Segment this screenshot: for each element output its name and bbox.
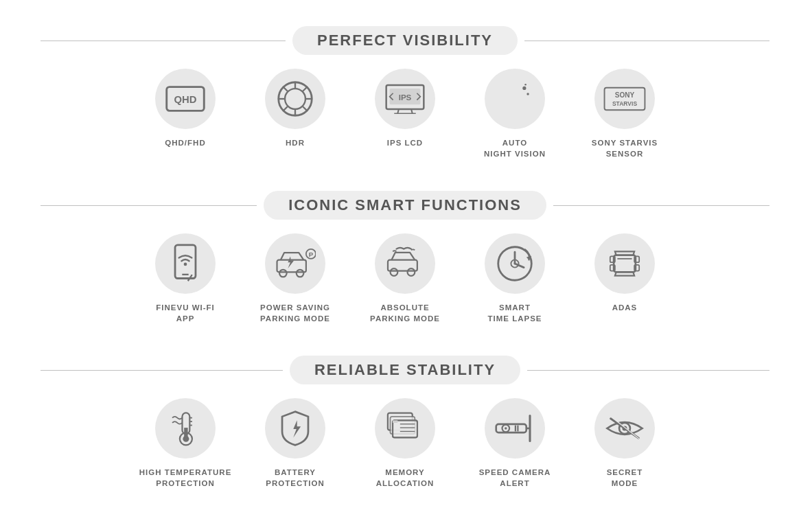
label-memory: MEMORY ALLOCATION bbox=[376, 467, 435, 489]
svg-point-28 bbox=[184, 263, 187, 266]
svg-point-65 bbox=[505, 428, 507, 430]
svg-text:SONY: SONY bbox=[615, 91, 635, 99]
svg-rect-63 bbox=[496, 424, 526, 432]
label-parking-power: POWER SAVING PARKING MODE bbox=[260, 302, 330, 324]
label-adas: ADAS bbox=[612, 302, 638, 313]
section-reliability: RELIABLE STABILITY bbox=[0, 343, 810, 501]
icon-circle-hdr bbox=[265, 69, 325, 129]
section-header-row-reliability: RELIABLE STABILITY bbox=[40, 356, 769, 384]
icon-circle-speed-camera bbox=[485, 398, 545, 459]
svg-text:QHD: QHD bbox=[174, 94, 196, 105]
right-line-reliability bbox=[527, 370, 769, 371]
icons-row-perfect: QHD QHD/FHD bbox=[40, 69, 769, 159]
section-perfect-visibility: PERFECT VISIBILITY QHD QHD/FHD bbox=[0, 14, 810, 172]
adas-icon bbox=[604, 246, 645, 281]
right-line-smart bbox=[553, 205, 769, 206]
svg-line-73 bbox=[612, 417, 640, 439]
svg-rect-26 bbox=[175, 245, 196, 279]
icon-circle-qhd: QHD bbox=[155, 69, 216, 129]
svg-point-35 bbox=[391, 268, 398, 276]
label-temp: HIGH TEMPERATURE PROTECTION bbox=[139, 467, 232, 489]
svg-rect-42 bbox=[614, 255, 636, 273]
section-title-perfect: PERFECT VISIBILITY bbox=[317, 32, 493, 49]
battery-icon bbox=[278, 409, 312, 448]
icon-circle-parking-abs bbox=[375, 233, 435, 294]
icon-circle-battery bbox=[265, 398, 325, 459]
title-box-reliability: RELIABLE STABILITY bbox=[290, 356, 520, 384]
label-battery: BATTERY PROTECTION bbox=[266, 467, 324, 489]
temperature-icon bbox=[167, 409, 203, 448]
svg-point-51 bbox=[183, 436, 189, 442]
left-line-smart bbox=[40, 205, 257, 206]
icon-circle-memory bbox=[375, 398, 435, 459]
icon-circle-secret bbox=[594, 398, 655, 459]
label-sony: SONY STARVIS SENSOR bbox=[592, 137, 658, 159]
icon-item-battery: BATTERY PROTECTION bbox=[240, 398, 350, 489]
ips-icon: IPS bbox=[385, 84, 425, 114]
svg-point-5 bbox=[285, 89, 305, 109]
icon-item-secret: SECRET MODE bbox=[570, 398, 680, 489]
svg-rect-57 bbox=[393, 421, 417, 438]
svg-point-22 bbox=[524, 84, 526, 86]
hdr-icon bbox=[276, 80, 314, 118]
icon-item-adas: ADAS bbox=[570, 233, 680, 313]
svg-line-11 bbox=[303, 106, 308, 111]
icon-circle-night bbox=[485, 69, 545, 129]
icon-item-ips: IPS IPS LCD bbox=[350, 69, 460, 148]
svg-line-13 bbox=[283, 106, 288, 111]
icon-item-night: AUTO NIGHT VISION bbox=[460, 69, 570, 159]
section-title-smart: ICONIC SMART FUNCTIONS bbox=[288, 196, 522, 213]
icon-item-sony: SONY STARVIS SONY STARVIS SENSOR bbox=[570, 69, 680, 159]
section-header-row-smart: ICONIC SMART FUNCTIONS bbox=[40, 191, 769, 220]
label-night: AUTO NIGHT VISION bbox=[484, 137, 546, 159]
icon-circle-ips: IPS bbox=[375, 69, 435, 129]
icon-item-timelapse: SMART TIME LAPSE bbox=[460, 233, 570, 324]
icon-item-hdr: HDR bbox=[240, 69, 350, 148]
icons-row-smart: FINEVU WI-FI APP P bbox=[40, 233, 769, 324]
wifi-app-icon bbox=[168, 244, 202, 284]
svg-point-20 bbox=[522, 86, 526, 90]
timelapse-icon bbox=[496, 244, 534, 283]
qhd-icon: QHD bbox=[165, 86, 205, 112]
svg-line-12 bbox=[303, 86, 308, 91]
right-line bbox=[524, 41, 769, 41]
icons-row-reliability: HIGH TEMPERATURE PROTECTION BATTERY PROT… bbox=[40, 398, 769, 489]
label-ips: IPS LCD bbox=[387, 137, 423, 148]
night-vision-icon bbox=[497, 81, 533, 117]
icon-circle-temp bbox=[155, 398, 216, 459]
label-speed-camera: SPEED CAMERA ALERT bbox=[479, 467, 551, 489]
icon-circle-timelapse bbox=[485, 233, 545, 294]
sony-icon: SONY STARVIS bbox=[603, 86, 646, 111]
icon-item-speed-camera: SPEED CAMERA ALERT bbox=[460, 398, 570, 489]
left-line bbox=[40, 41, 286, 41]
icon-item-parking-abs: ABSOLUTE PARKING MODE bbox=[350, 233, 460, 324]
section-header-row: PERFECT VISIBILITY bbox=[40, 26, 769, 55]
icon-circle-parking-power: P bbox=[265, 233, 325, 294]
title-box-smart: ICONIC SMART FUNCTIONS bbox=[264, 191, 546, 220]
icon-item-parking-power: P POWER SAVING PARKING MODE bbox=[240, 233, 350, 324]
svg-point-31 bbox=[297, 270, 304, 277]
label-parking-abs: ABSOLUTE PARKING MODE bbox=[370, 302, 440, 324]
label-secret: SECRET MODE bbox=[607, 467, 643, 489]
label-hdr: HDR bbox=[286, 137, 305, 148]
svg-point-36 bbox=[408, 268, 415, 276]
section-smart-functions: ICONIC SMART FUNCTIONS bbox=[0, 178, 810, 336]
icon-item-qhd: QHD QHD/FHD bbox=[130, 69, 240, 148]
parking-abs-icon bbox=[384, 246, 426, 281]
svg-text:STARVIS: STARVIS bbox=[612, 100, 637, 107]
title-box-perfect: PERFECT VISIBILITY bbox=[292, 26, 518, 55]
secret-mode-icon bbox=[603, 413, 646, 444]
icon-item-memory: MEMORY ALLOCATION bbox=[350, 398, 460, 489]
icon-circle-wifi bbox=[155, 233, 216, 294]
parking-power-icon: P bbox=[275, 246, 316, 281]
label-timelapse: SMART TIME LAPSE bbox=[487, 302, 542, 324]
svg-point-21 bbox=[526, 93, 529, 95]
speed-camera-icon bbox=[494, 413, 536, 443]
icon-item-wifi: FINEVU WI-FI APP bbox=[130, 233, 240, 324]
icon-circle-adas bbox=[594, 233, 655, 294]
icon-circle-sony: SONY STARVIS bbox=[594, 69, 655, 129]
svg-point-30 bbox=[279, 270, 287, 277]
icon-item-temp: HIGH TEMPERATURE PROTECTION bbox=[130, 398, 240, 489]
memory-icon bbox=[385, 410, 425, 446]
section-title-reliability: RELIABLE STABILITY bbox=[314, 361, 496, 378]
